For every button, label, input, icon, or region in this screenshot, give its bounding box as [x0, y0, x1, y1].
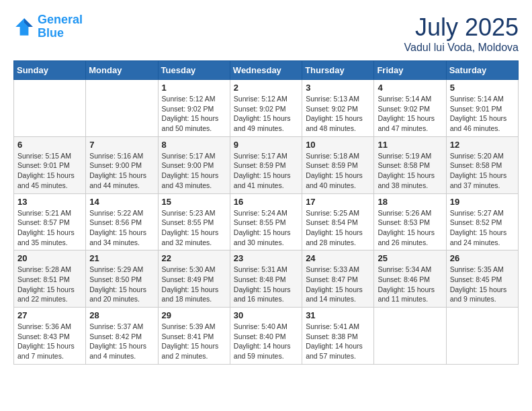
title-block: July 2025 Vadul lui Voda, Moldova [404, 13, 519, 54]
calendar-week-5: 27Sunrise: 5:36 AM Sunset: 8:43 PM Dayli… [14, 308, 519, 365]
day-info: Sunrise: 5:12 AM Sunset: 9:02 PM Dayligh… [234, 94, 298, 134]
day-info: Sunrise: 5:41 AM Sunset: 8:38 PM Dayligh… [306, 322, 370, 361]
day-info: Sunrise: 5:37 AM Sunset: 8:42 PM Dayligh… [89, 322, 154, 361]
calendar-week-2: 6Sunrise: 5:15 AM Sunset: 9:01 PM Daylig… [14, 136, 519, 193]
calendar-cell: 27Sunrise: 5:36 AM Sunset: 8:43 PM Dayli… [14, 308, 86, 365]
calendar-week-4: 20Sunrise: 5:28 AM Sunset: 8:51 PM Dayli… [14, 250, 519, 308]
calendar-header-row: SundayMondayTuesdayWednesdayThursdayFrid… [14, 61, 519, 80]
day-number: 2 [234, 83, 298, 93]
day-info: Sunrise: 5:18 AM Sunset: 8:59 PM Dayligh… [306, 151, 370, 191]
header-sunday: Sunday [14, 61, 86, 80]
day-info: Sunrise: 5:34 AM Sunset: 8:46 PM Dayligh… [378, 265, 442, 304]
day-info: Sunrise: 5:40 AM Sunset: 8:40 PM Dayligh… [234, 322, 298, 361]
calendar-cell: 31Sunrise: 5:41 AM Sunset: 8:38 PM Dayli… [302, 308, 374, 365]
calendar-cell: 4Sunrise: 5:14 AM Sunset: 9:02 PM Daylig… [374, 80, 446, 137]
calendar-cell: 18Sunrise: 5:26 AM Sunset: 8:53 PM Dayli… [374, 193, 446, 250]
calendar-cell [86, 80, 158, 137]
header-wednesday: Wednesday [230, 61, 302, 80]
logo-text: General Blue [38, 13, 83, 40]
day-info: Sunrise: 5:17 AM Sunset: 9:00 PM Dayligh… [162, 151, 226, 191]
day-number: 6 [17, 140, 82, 150]
day-info: Sunrise: 5:31 AM Sunset: 8:48 PM Dayligh… [234, 265, 298, 304]
day-info: Sunrise: 5:12 AM Sunset: 9:02 PM Dayligh… [162, 94, 226, 134]
day-info: Sunrise: 5:35 AM Sunset: 8:45 PM Dayligh… [450, 265, 515, 304]
calendar-cell: 26Sunrise: 5:35 AM Sunset: 8:45 PM Dayli… [446, 250, 518, 308]
day-number: 15 [162, 197, 226, 207]
calendar-cell: 7Sunrise: 5:16 AM Sunset: 9:00 PM Daylig… [86, 136, 158, 193]
day-info: Sunrise: 5:19 AM Sunset: 8:58 PM Dayligh… [378, 151, 442, 191]
calendar-cell: 9Sunrise: 5:17 AM Sunset: 8:59 PM Daylig… [230, 136, 302, 193]
day-number: 11 [378, 140, 442, 150]
day-number: 7 [89, 140, 154, 150]
day-info: Sunrise: 5:27 AM Sunset: 8:52 PM Dayligh… [450, 208, 515, 248]
day-info: Sunrise: 5:33 AM Sunset: 8:47 PM Dayligh… [306, 265, 370, 304]
day-number: 4 [378, 83, 442, 93]
day-info: Sunrise: 5:25 AM Sunset: 8:54 PM Dayligh… [306, 208, 370, 248]
day-info: Sunrise: 5:23 AM Sunset: 8:55 PM Dayligh… [162, 208, 226, 248]
calendar-cell: 15Sunrise: 5:23 AM Sunset: 8:55 PM Dayli… [158, 193, 230, 250]
calendar-cell: 25Sunrise: 5:34 AM Sunset: 8:46 PM Dayli… [374, 250, 446, 308]
calendar-table: SundayMondayTuesdayWednesdayThursdayFrid… [13, 60, 519, 365]
day-info: Sunrise: 5:14 AM Sunset: 9:02 PM Dayligh… [378, 94, 442, 134]
calendar-cell: 24Sunrise: 5:33 AM Sunset: 8:47 PM Dayli… [302, 250, 374, 308]
calendar-cell: 1Sunrise: 5:12 AM Sunset: 9:02 PM Daylig… [158, 80, 230, 137]
day-info: Sunrise: 5:13 AM Sunset: 9:02 PM Dayligh… [306, 94, 370, 134]
day-number: 12 [450, 140, 515, 150]
calendar-cell: 12Sunrise: 5:20 AM Sunset: 8:58 PM Dayli… [446, 136, 518, 193]
day-info: Sunrise: 5:20 AM Sunset: 8:58 PM Dayligh… [450, 151, 515, 191]
calendar-cell: 8Sunrise: 5:17 AM Sunset: 9:00 PM Daylig… [158, 136, 230, 193]
calendar-cell: 16Sunrise: 5:24 AM Sunset: 8:55 PM Dayli… [230, 193, 302, 250]
header-friday: Friday [374, 61, 446, 80]
calendar-cell: 10Sunrise: 5:18 AM Sunset: 8:59 PM Dayli… [302, 136, 374, 193]
calendar-cell: 3Sunrise: 5:13 AM Sunset: 9:02 PM Daylig… [302, 80, 374, 137]
day-number: 27 [17, 310, 82, 320]
day-number: 8 [162, 140, 226, 150]
header-thursday: Thursday [302, 61, 374, 80]
header-monday: Monday [86, 61, 158, 80]
month-title: July 2025 [404, 13, 519, 42]
calendar-cell: 21Sunrise: 5:29 AM Sunset: 8:50 PM Dayli… [86, 250, 158, 308]
calendar-cell: 6Sunrise: 5:15 AM Sunset: 9:01 PM Daylig… [14, 136, 86, 193]
calendar-week-1: 1Sunrise: 5:12 AM Sunset: 9:02 PM Daylig… [14, 80, 519, 137]
day-info: Sunrise: 5:21 AM Sunset: 8:57 PM Dayligh… [17, 208, 82, 248]
calendar-cell [14, 80, 86, 137]
day-number: 21 [89, 253, 154, 263]
day-number: 17 [306, 197, 370, 207]
calendar-cell: 19Sunrise: 5:27 AM Sunset: 8:52 PM Dayli… [446, 193, 518, 250]
calendar-cell: 14Sunrise: 5:22 AM Sunset: 8:56 PM Dayli… [86, 193, 158, 250]
day-number: 16 [234, 197, 298, 207]
calendar-cell: 22Sunrise: 5:30 AM Sunset: 8:49 PM Dayli… [158, 250, 230, 308]
calendar-cell: 20Sunrise: 5:28 AM Sunset: 8:51 PM Dayli… [14, 250, 86, 308]
day-number: 23 [234, 253, 298, 263]
day-info: Sunrise: 5:24 AM Sunset: 8:55 PM Dayligh… [234, 208, 298, 248]
day-info: Sunrise: 5:16 AM Sunset: 9:00 PM Dayligh… [89, 151, 154, 191]
day-info: Sunrise: 5:17 AM Sunset: 8:59 PM Dayligh… [234, 151, 298, 191]
calendar-cell: 30Sunrise: 5:40 AM Sunset: 8:40 PM Dayli… [230, 308, 302, 365]
calendar-cell [374, 308, 446, 365]
day-number: 3 [306, 83, 370, 93]
day-info: Sunrise: 5:22 AM Sunset: 8:56 PM Dayligh… [89, 208, 154, 248]
page-header: General Blue July 2025 Vadul lui Voda, M… [13, 13, 519, 54]
logo-icon [13, 16, 35, 38]
day-number: 22 [162, 253, 226, 263]
calendar-cell [446, 308, 518, 365]
day-number: 24 [306, 253, 370, 263]
calendar-cell: 2Sunrise: 5:12 AM Sunset: 9:02 PM Daylig… [230, 80, 302, 137]
calendar-cell: 17Sunrise: 5:25 AM Sunset: 8:54 PM Dayli… [302, 193, 374, 250]
day-info: Sunrise: 5:30 AM Sunset: 8:49 PM Dayligh… [162, 265, 226, 304]
day-number: 28 [89, 310, 154, 320]
calendar-cell: 13Sunrise: 5:21 AM Sunset: 8:57 PM Dayli… [14, 193, 86, 250]
day-info: Sunrise: 5:39 AM Sunset: 8:41 PM Dayligh… [162, 322, 226, 361]
day-number: 25 [378, 253, 442, 263]
calendar-cell: 5Sunrise: 5:14 AM Sunset: 9:01 PM Daylig… [446, 80, 518, 137]
calendar-cell: 28Sunrise: 5:37 AM Sunset: 8:42 PM Dayli… [86, 308, 158, 365]
day-info: Sunrise: 5:26 AM Sunset: 8:53 PM Dayligh… [378, 208, 442, 248]
day-number: 5 [450, 83, 515, 93]
day-info: Sunrise: 5:14 AM Sunset: 9:01 PM Dayligh… [450, 94, 515, 134]
day-info: Sunrise: 5:28 AM Sunset: 8:51 PM Dayligh… [17, 265, 82, 304]
day-number: 14 [89, 197, 154, 207]
day-number: 29 [162, 310, 226, 320]
day-number: 13 [17, 197, 82, 207]
day-number: 26 [450, 253, 515, 263]
calendar-cell: 11Sunrise: 5:19 AM Sunset: 8:58 PM Dayli… [374, 136, 446, 193]
